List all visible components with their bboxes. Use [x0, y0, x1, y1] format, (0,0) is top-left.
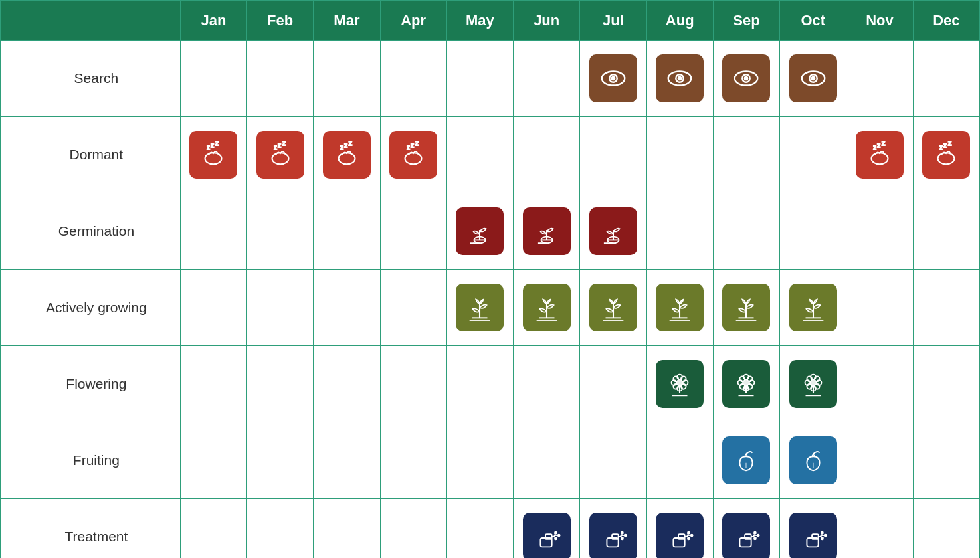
svg-point-8: [745, 77, 748, 80]
cell-search-dec: [913, 41, 979, 117]
cell-flowering-nov: [846, 346, 913, 422]
cell-flowering-apr: [380, 346, 446, 422]
cell-dormant-oct: [780, 117, 846, 193]
svg-text:~~~: ~~~: [471, 240, 480, 246]
icon-germination: ~~~: [523, 207, 571, 255]
month-header-jan: Jan: [180, 1, 246, 41]
row-label-treatment: Treatment: [1, 499, 181, 559]
cell-germination-mar: [314, 193, 380, 270]
row-search: Search: [1, 41, 980, 117]
cell-treatment-aug: [646, 499, 713, 559]
cell-germination-jan: [180, 193, 246, 270]
cell-search-feb: [247, 41, 314, 117]
svg-text:~~~: ~~~: [605, 240, 614, 246]
svg-point-86: [754, 532, 756, 534]
icon-spray: [589, 513, 637, 558]
svg-point-92: [825, 535, 827, 537]
svg-text:z: z: [948, 140, 951, 147]
cell-fruiting-dec: [913, 422, 979, 499]
svg-text:z: z: [278, 141, 281, 149]
icon-grow: [722, 284, 770, 331]
svg-text:z: z: [877, 141, 880, 149]
cell-fruiting-aug: [646, 422, 713, 499]
svg-point-24: [405, 153, 422, 164]
cell-germination-jul: ~~~: [580, 193, 646, 270]
month-header-sep: Sep: [713, 1, 779, 41]
icon-grow: [789, 284, 837, 331]
month-header-apr: Apr: [380, 1, 446, 41]
svg-point-88: [754, 537, 756, 539]
cell-actively_growing-aug: [646, 270, 713, 346]
row-flowering: Flowering: [1, 346, 980, 422]
header-label-cell: [1, 1, 181, 41]
icon-grow: [456, 284, 504, 331]
svg-point-2: [612, 77, 615, 80]
cell-dormant-feb: z z z: [247, 117, 314, 193]
icon-spray: [722, 513, 770, 558]
cell-search-jul: [580, 41, 646, 117]
svg-point-93: [821, 537, 823, 539]
cell-fruiting-mar: [314, 422, 380, 499]
svg-text:z: z: [415, 140, 419, 147]
svg-text:z: z: [943, 141, 947, 149]
row-fruiting: Fruiting: [1, 422, 980, 499]
svg-point-11: [811, 77, 815, 80]
cell-fruiting-jan: [180, 422, 246, 499]
month-header-aug: Aug: [646, 1, 713, 41]
calendar-table: JanFebMarAprMayJunJulAugSepOctNovDec Sea…: [0, 0, 980, 558]
icon-dormant: z z z: [389, 131, 437, 179]
icon-dormant: z z z: [256, 131, 304, 179]
svg-text:z: z: [411, 141, 414, 149]
icon-dormant: z z z: [323, 131, 371, 179]
cell-search-jun: [514, 41, 580, 117]
icon-dormant: z z z: [856, 131, 904, 179]
svg-text:z: z: [344, 141, 347, 149]
row-dormant: Dormant z z z z z z z z z z: [1, 117, 980, 193]
cell-treatment-may: [446, 499, 513, 559]
cell-treatment-jan: [180, 499, 246, 559]
row-actively_growing: Actively growing: [1, 270, 980, 346]
cell-flowering-mar: [314, 346, 380, 422]
cell-treatment-sep: [713, 499, 779, 559]
svg-text:z: z: [207, 144, 210, 151]
cell-flowering-dec: [913, 346, 979, 422]
svg-text:z: z: [211, 141, 215, 149]
icon-flower: [722, 360, 770, 408]
cell-dormant-may: [446, 117, 513, 193]
cell-treatment-apr: [380, 499, 446, 559]
icon-eye: [656, 54, 704, 102]
icon-germination: ~~~: [456, 207, 504, 255]
svg-point-73: [555, 537, 557, 539]
cell-germination-may: ~~~: [446, 193, 513, 270]
icon-fruit: [789, 436, 837, 484]
month-header-nov: Nov: [846, 1, 913, 41]
cell-treatment-jun: [514, 499, 580, 559]
month-header-may: May: [446, 1, 513, 41]
cell-search-may: [446, 41, 513, 117]
svg-point-16: [272, 153, 288, 164]
svg-point-12: [205, 153, 222, 164]
row-label-actively_growing: Actively growing: [1, 270, 181, 346]
cell-dormant-jul: [580, 117, 646, 193]
row-label-dormant: Dormant: [1, 117, 181, 193]
cell-actively_growing-jul: [580, 270, 646, 346]
cell-flowering-aug: [646, 346, 713, 422]
svg-text:z: z: [882, 140, 885, 147]
cell-dormant-sep: [713, 117, 779, 193]
cell-actively_growing-feb: [247, 270, 314, 346]
month-header-feb: Feb: [247, 1, 314, 41]
cell-flowering-may: [446, 346, 513, 422]
month-header-oct: Oct: [780, 1, 846, 41]
svg-point-71: [555, 532, 557, 534]
icon-spray: [523, 513, 571, 558]
cell-flowering-jul: [580, 346, 646, 422]
icon-fruit: [722, 436, 770, 484]
cell-dormant-nov: z z z: [846, 117, 913, 193]
cell-search-nov: [846, 41, 913, 117]
cell-treatment-dec: [913, 499, 979, 559]
svg-point-20: [338, 153, 355, 164]
svg-text:z: z: [873, 144, 876, 151]
svg-text:z: z: [282, 140, 286, 147]
cell-flowering-jun: [514, 346, 580, 422]
svg-point-87: [757, 535, 759, 537]
